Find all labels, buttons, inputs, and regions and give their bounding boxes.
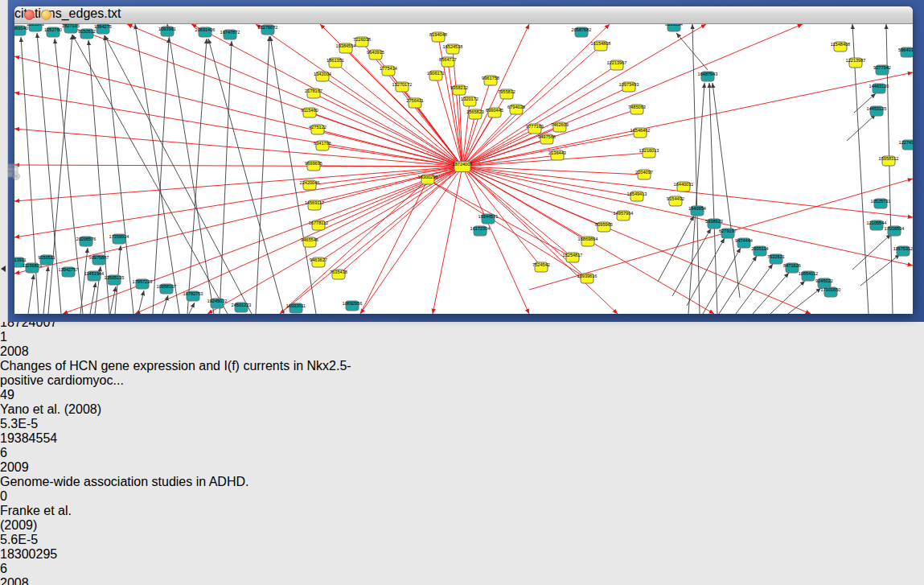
graph-edge[interactable]: [719, 256, 757, 314]
graph-edge[interactable]: [310, 167, 462, 242]
graph-edge[interactable]: [709, 83, 717, 314]
graph-edge[interactable]: [127, 24, 462, 167]
table-row[interactable]: 1872400712008Changes of HCN gene express…: [0, 315, 924, 431]
graph-edge[interactable]: [14, 167, 462, 237]
graph-node-label: 7955812: [498, 89, 515, 94]
minimize-button[interactable]: [41, 10, 51, 20]
table-body: 1872400712008Changes of HCN gene express…: [0, 315, 924, 585]
network-graph[interactable]: 7226038964091517754141327017227564118194…: [14, 24, 913, 314]
cell-short: Franke et al. (2009): [0, 504, 102, 533]
graph-edge[interactable]: [462, 167, 623, 216]
window-title: citations_edges.txt: [14, 6, 913, 21]
graph-edge[interactable]: [462, 80, 491, 167]
graph-node-label: 2136443: [548, 150, 566, 155]
graph-edge[interactable]: [153, 38, 169, 314]
graph-edge[interactable]: [189, 303, 195, 314]
graph-node-label: 90975887: [89, 255, 109, 260]
graph-node-label: 14957904: [614, 211, 634, 216]
graph-edge[interactable]: [847, 114, 876, 141]
graph-node-label: 8564717: [439, 57, 457, 62]
network-window-titlebar[interactable]: citations_edges.txt: [14, 6, 913, 24]
graph-node-label: 1052760: [44, 27, 62, 32]
graph-node-label: 7635438: [330, 270, 347, 274]
left-panel-edge: [0, 0, 8, 322]
graph-node-label: 2935114: [751, 246, 768, 251]
graph-edge[interactable]: [462, 167, 573, 257]
graph-edge[interactable]: [14, 167, 462, 274]
graph-edge[interactable]: [14, 93, 462, 167]
graph-node-label: 19245022: [207, 299, 228, 303]
graph-edge[interactable]: [110, 286, 116, 314]
collapse-arrow-icon[interactable]: [1, 266, 6, 272]
graph-edge[interactable]: [428, 179, 587, 278]
graph-edge[interactable]: [187, 39, 207, 314]
graph-node-label: 10654112: [799, 271, 818, 276]
graph-edge[interactable]: [162, 295, 168, 314]
graph-edge[interactable]: [676, 33, 708, 70]
graph-edge[interactable]: [703, 248, 741, 314]
graph-edge[interactable]: [280, 179, 428, 314]
graph-node-label: 14453125: [867, 106, 887, 111]
graph-node-label: 13270172: [392, 82, 413, 87]
graph-edge[interactable]: [105, 35, 133, 314]
graph-node-label: 9150511: [38, 255, 55, 260]
table-row[interactable]: 1938455462009Genome-wide association stu…: [0, 431, 924, 547]
graph-node-label: 9474444: [735, 238, 753, 243]
graph-edge[interactable]: [208, 39, 284, 314]
graph-edge[interactable]: [753, 273, 789, 314]
graph-edge[interactable]: [28, 274, 34, 314]
graph-node-label: 11548408: [831, 42, 850, 47]
graph-edge[interactable]: [322, 76, 462, 167]
graph-node-label: 1640954: [688, 206, 706, 211]
graph-edge[interactable]: [852, 234, 891, 270]
graph-edge[interactable]: [462, 114, 475, 167]
graph-node-label: 13505135: [105, 275, 125, 280]
zoom-button[interactable]: [58, 10, 68, 20]
graph-edge[interactable]: [736, 264, 773, 314]
graph-node-label: 5938923: [705, 219, 723, 224]
graph-edge[interactable]: [462, 24, 610, 167]
graph-edge[interactable]: [207, 167, 462, 314]
graph-node-label: 17101650: [821, 287, 841, 292]
graph-node-label: 9913911: [14, 257, 27, 262]
network-canvas[interactable]: 7226038964091517754141327017227564118194…: [14, 24, 913, 317]
graph-edge[interactable]: [360, 167, 462, 314]
graph-node-label: 9961758: [482, 76, 499, 80]
graph-node-label: 1394275: [94, 24, 112, 29]
graph-edge[interactable]: [135, 24, 179, 314]
graph-edge[interactable]: [462, 24, 706, 167]
graph-node-label: 16546462: [630, 128, 651, 133]
graph-edge[interactable]: [713, 83, 740, 298]
graph-node-label: 20206576: [76, 237, 97, 241]
graph-edge[interactable]: [318, 167, 462, 262]
graph-edge[interactable]: [462, 24, 529, 167]
close-button[interactable]: [24, 10, 35, 20]
graph-edge[interactable]: [37, 33, 61, 314]
graph-edge[interactable]: [256, 36, 269, 314]
graph-edge[interactable]: [462, 87, 629, 167]
graph-node-label: 22420046: [300, 180, 320, 185]
graph-node-label: 10939616: [577, 274, 598, 278]
graph-node-label: 12213967: [607, 60, 627, 65]
graph-node-label: 16524538: [443, 44, 463, 49]
graph-node-label: 11451944: [84, 271, 104, 276]
cell-in_degree: 6: [0, 446, 78, 460]
graph-edge[interactable]: [462, 72, 913, 167]
graph-edge[interactable]: [687, 238, 725, 306]
graph-edge[interactable]: [43, 266, 48, 314]
graph-node-label: 1906172: [427, 71, 445, 76]
graph-node-label: 24501223: [232, 303, 252, 307]
graph-edge[interactable]: [462, 167, 644, 175]
graph-edge[interactable]: [658, 216, 694, 282]
graph-edge[interactable]: [90, 282, 96, 314]
graph-edge[interactable]: [462, 167, 529, 314]
graph-node-label: 1775414: [380, 66, 397, 71]
cell-year: 2008: [0, 344, 61, 359]
graph-node-label: 13942757: [59, 267, 79, 272]
table-row[interactable]: 1830029562008Estimation of significance …: [0, 547, 924, 585]
cell-year: 2009: [0, 460, 61, 475]
graph-edge[interactable]: [310, 113, 462, 167]
graph-edge[interactable]: [105, 35, 252, 314]
graph-node-label: 9154492: [667, 196, 684, 201]
graph-edge[interactable]: [462, 46, 601, 167]
